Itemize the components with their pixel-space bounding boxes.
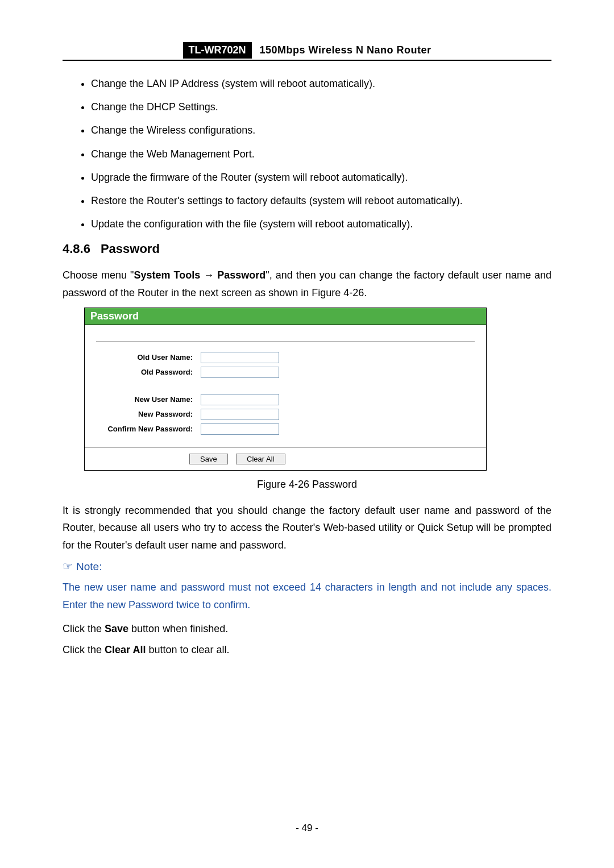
intro-pre: Choose menu " — [63, 269, 134, 281]
list-item: Update the configuration with the file (… — [91, 217, 551, 231]
old-user-input[interactable] — [201, 352, 279, 363]
list-item: Change the DHCP Settings. — [91, 100, 551, 114]
row-new-user: New User Name: — [96, 394, 475, 405]
row-old-user: Old User Name: — [96, 352, 475, 363]
list-item: Change the LAN IP Address (system will r… — [91, 77, 551, 91]
model-description: 150Mbps Wireless N Nano Router — [260, 44, 432, 59]
note-label: Note: — [76, 560, 102, 572]
panel-title: Password — [85, 308, 486, 325]
section-title: Password — [101, 242, 160, 256]
intro-paragraph: Choose menu "System Tools → Password", a… — [63, 267, 551, 301]
change-list: Change the LAN IP Address (system will r… — [63, 77, 551, 231]
password-panel: Password Old User Name: Old Password: Ne… — [84, 308, 487, 471]
row-old-pass: Old Password: — [96, 367, 475, 378]
click-clear-line: Click the Clear All button to clear all. — [63, 641, 551, 659]
note-body: The new user name and password must not … — [63, 579, 551, 613]
click-clear-post: button to clear all. — [146, 644, 229, 655]
panel-footer: Save Clear All — [85, 447, 486, 470]
label-new-user: New User Name: — [96, 395, 201, 404]
menu-system-tools: System Tools — [134, 269, 200, 281]
list-item: Upgrade the firmware of the Router (syst… — [91, 171, 551, 185]
click-clear-bold: Clear All — [105, 644, 146, 655]
click-save-line: Click the Save button when finished. — [63, 620, 551, 638]
label-new-pass: New Password: — [96, 410, 201, 418]
panel-body: Old User Name: Old Password: New User Na… — [85, 325, 486, 435]
click-clear-pre: Click the — [63, 644, 105, 655]
group-gap — [96, 381, 475, 394]
save-button[interactable]: Save — [189, 454, 228, 464]
figure-caption: Figure 4-26 Password — [63, 479, 551, 491]
label-confirm: Confirm New Password: — [96, 425, 201, 433]
confirm-pass-input[interactable] — [201, 423, 279, 435]
arrow-icon: → — [204, 269, 214, 281]
new-user-input[interactable] — [201, 394, 279, 405]
new-pass-input[interactable] — [201, 409, 279, 420]
click-save-bold: Save — [105, 623, 128, 634]
divider — [96, 341, 475, 342]
section-heading: 4.8.6Password — [63, 242, 551, 256]
list-item: Change the Wireless configurations. — [91, 123, 551, 138]
old-pass-input[interactable] — [201, 367, 279, 378]
menu-password: Password — [217, 269, 265, 281]
row-confirm: Confirm New Password: — [96, 423, 475, 435]
label-old-pass: Old Password: — [96, 368, 201, 376]
section-number: 4.8.6 — [63, 242, 90, 256]
recommend-paragraph: It is strongly recommended that you shou… — [63, 502, 551, 554]
list-item: Change the Web Management Port. — [91, 147, 551, 161]
row-new-pass: New Password: — [96, 409, 475, 420]
click-save-post: button when finished. — [128, 623, 228, 634]
click-save-pre: Click the — [63, 623, 105, 634]
label-old-user: Old User Name: — [96, 353, 201, 362]
pointing-hand-icon: ☞ — [63, 559, 73, 573]
model-badge: TL-WR702N — [183, 42, 252, 59]
list-item: Restore the Router's settings to factory… — [91, 194, 551, 208]
note-heading: ☞Note: — [63, 559, 551, 573]
page-number: - 49 - — [0, 823, 614, 834]
document-page: TL-WR702N 150Mbps Wireless N Nano Router… — [0, 0, 614, 868]
clear-all-button[interactable]: Clear All — [236, 454, 285, 464]
page-header: TL-WR702N 150Mbps Wireless N Nano Router — [63, 42, 551, 61]
